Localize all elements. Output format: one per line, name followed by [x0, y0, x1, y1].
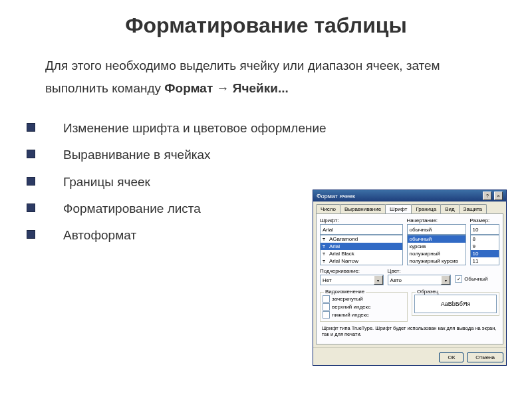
font-input[interactable]: Arial [320, 224, 403, 235]
color-combo[interactable]: Авто▾ [388, 275, 452, 285]
strike-checkbox[interactable]: зачеркнутый [323, 295, 405, 303]
size-input[interactable]: 10 [470, 224, 499, 235]
font-listbox[interactable]: ᴛAGaramond ᴛArial ᴛArial Black ᴛArial Na… [320, 235, 403, 265]
bullet-icon [27, 177, 35, 186]
truetype-icon: ᴛ [323, 237, 328, 242]
bullet-icon [27, 230, 35, 239]
truetype-icon: ᴛ [323, 251, 328, 257]
dialog-title: Формат ячеек [317, 193, 355, 200]
bullet-icon [27, 123, 35, 132]
tab-border[interactable]: Граница [411, 204, 441, 213]
style-input[interactable]: обычный [407, 224, 466, 235]
font-label: Шрифт: [320, 217, 403, 223]
size-label: Размер: [470, 217, 499, 223]
normal-checkbox[interactable]: ✓Обычный [455, 275, 499, 283]
style-listbox[interactable]: обычный курсив полужирный полужирный кур… [407, 235, 466, 265]
effects-group: Видоизменение зачеркнутый верхний индекс… [320, 292, 408, 322]
bullet-icon [27, 150, 35, 158]
truetype-icon: ᴛ [323, 259, 328, 264]
chevron-down-icon: ▾ [374, 275, 383, 285]
help-icon[interactable]: ? [483, 192, 491, 200]
tab-view[interactable]: Вид [440, 204, 459, 213]
sub-checkbox[interactable]: нижний индекс [323, 311, 405, 319]
ok-button[interactable]: ОК [439, 352, 464, 362]
tab-alignment[interactable]: Выравнивание [340, 204, 386, 213]
preview-group: Образец АаВbБбЯя [412, 292, 499, 316]
dialog-panel: Шрифт: Arial ᴛAGaramond ᴛArial ᴛArial Bl… [316, 213, 503, 344]
truetype-icon: ᴛ [323, 244, 328, 249]
list-item: Выравнивание в ячейках [27, 143, 505, 167]
size-listbox[interactable]: 8 9 10 11 [470, 235, 499, 265]
underline-combo[interactable]: Нет▾ [320, 275, 384, 285]
bullet-icon [27, 203, 35, 212]
tab-font[interactable]: Шрифт [385, 204, 412, 213]
close-icon[interactable]: × [494, 192, 503, 200]
underline-label: Подчеркивание: [320, 268, 384, 274]
super-checkbox[interactable]: верхний индекс [323, 303, 405, 311]
chevron-down-icon: ▾ [441, 275, 450, 285]
intro-text: Для этого необходимо выделить ячейку или… [27, 55, 505, 100]
dialog-titlebar[interactable]: Формат ячеек ? × [313, 190, 506, 201]
tab-number[interactable]: Число [316, 204, 340, 213]
page-title: Форматирование таблицы [27, 13, 505, 38]
style-label: Начертание: [407, 217, 466, 223]
hint-text: Шрифт типа TrueType. Шрифт будет использ… [322, 325, 497, 337]
preview-box: АаВbБбЯя [414, 295, 497, 313]
format-cells-dialog: Формат ячеек ? × Число Выравнивание Шриф… [313, 190, 507, 366]
tab-protection[interactable]: Защита [459, 204, 487, 213]
dialog-tabs: Число Выравнивание Шрифт Граница Вид Защ… [313, 201, 506, 213]
cancel-button[interactable]: Отмена [467, 352, 503, 362]
list-item: Изменение шрифта и цветовое оформление [27, 116, 505, 140]
color-label: Цвет: [388, 268, 452, 274]
